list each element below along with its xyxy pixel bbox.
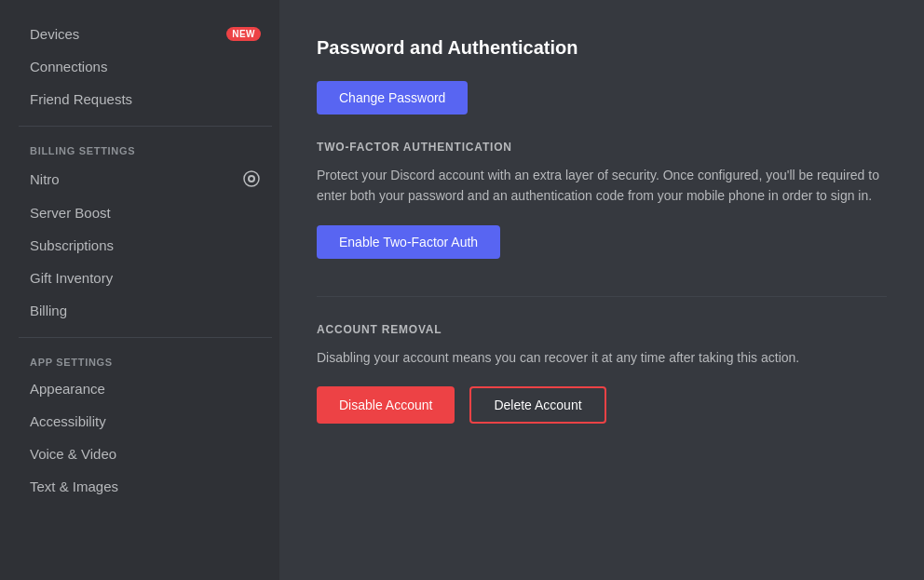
- section-divider: [317, 296, 887, 297]
- sidebar-item-gift-inventory[interactable]: Gift Inventory: [19, 263, 272, 293]
- sidebar-item-accessibility-label: Accessibility: [30, 413, 106, 429]
- account-removal-buttons: Disable Account Delete Account: [317, 386, 887, 424]
- sidebar-item-connections-label: Connections: [30, 59, 107, 74]
- delete-account-button[interactable]: Delete Account: [469, 386, 605, 424]
- account-removal-description: Disabling your account means you can rec…: [317, 347, 887, 368]
- sidebar-item-billing-label: Billing: [30, 303, 67, 318]
- divider-billing: [19, 126, 272, 127]
- account-removal-section: ACCOUNT REMOVAL Disabling your account m…: [317, 323, 887, 424]
- sidebar-item-server-boost[interactable]: Server Boost: [19, 197, 272, 228]
- sidebar-item-friend-requests-label: Friend Requests: [30, 91, 132, 107]
- sidebar-item-friend-requests[interactable]: Friend Requests: [19, 84, 272, 115]
- new-badge-devices: NEW: [226, 27, 261, 41]
- sidebar-item-subscriptions[interactable]: Subscriptions: [19, 230, 272, 261]
- sidebar-item-appearance[interactable]: Appearance: [19, 373, 272, 404]
- sidebar-item-subscriptions-label: Subscriptions: [30, 237, 114, 253]
- page-title: Password and Authentication: [317, 37, 887, 59]
- sidebar: Devices NEW Connections Friend Requests …: [0, 0, 279, 580]
- sidebar-item-text-images[interactable]: Text & Images: [19, 471, 272, 502]
- two-factor-section-label: TWO-FACTOR AUTHENTICATION: [317, 141, 887, 154]
- account-removal-label: ACCOUNT REMOVAL: [317, 323, 887, 336]
- app-settings-label: APP SETTINGS: [19, 349, 272, 371]
- sidebar-item-appearance-label: Appearance: [30, 381, 105, 397]
- svg-point-2: [250, 177, 253, 181]
- change-password-button[interactable]: Change Password: [317, 81, 468, 115]
- enable-two-factor-button[interactable]: Enable Two-Factor Auth: [317, 225, 500, 259]
- two-factor-description: Protect your Discord account with an ext…: [317, 165, 887, 207]
- two-factor-section: TWO-FACTOR AUTHENTICATION Protect your D…: [317, 141, 887, 296]
- sidebar-item-voice-video[interactable]: Voice & Video: [19, 438, 272, 469]
- main-content: Password and Authentication Change Passw…: [279, 0, 924, 580]
- sidebar-item-voice-video-label: Voice & Video: [30, 446, 116, 462]
- billing-settings-label: BILLING SETTINGS: [19, 138, 272, 160]
- sidebar-item-accessibility[interactable]: Accessibility: [19, 406, 272, 437]
- sidebar-item-gift-inventory-label: Gift Inventory: [30, 270, 113, 286]
- sidebar-item-devices-label: Devices: [30, 26, 79, 42]
- sidebar-item-billing[interactable]: Billing: [19, 295, 272, 326]
- sidebar-item-connections[interactable]: Connections: [19, 51, 272, 82]
- sidebar-item-devices[interactable]: Devices NEW: [19, 19, 272, 49]
- divider-app: [19, 337, 272, 338]
- disable-account-button[interactable]: Disable Account: [317, 386, 455, 424]
- sidebar-item-nitro-label: Nitro: [30, 171, 60, 187]
- sidebar-item-text-images-label: Text & Images: [30, 479, 118, 494]
- nitro-icon: [242, 169, 261, 188]
- sidebar-item-nitro[interactable]: Nitro: [19, 162, 272, 196]
- sidebar-item-server-boost-label: Server Boost: [30, 205, 111, 221]
